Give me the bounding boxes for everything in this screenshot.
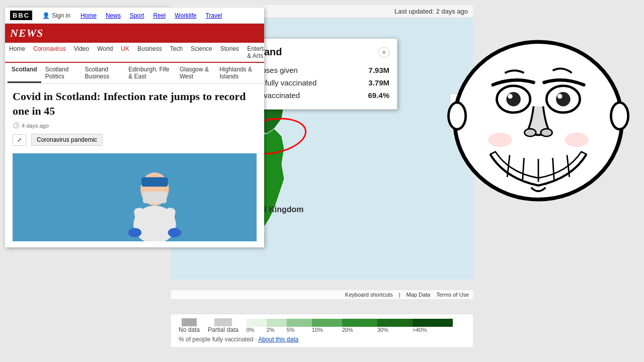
legend-0-swatch [247,319,267,327]
bbc-red-bar: NEWS [5,24,264,43]
share-button[interactable]: ⤢ [13,134,26,146]
nav-home[interactable]: Home [80,12,97,19]
legend-20-swatch [342,319,377,327]
nav-travel[interactable]: Travel [205,12,222,19]
nav-sport[interactable]: Sport [130,12,144,19]
article-tag[interactable]: Coronavirus pandemic [31,134,103,146]
subnav-edinburgh[interactable]: Edinburgh, Fife & East [124,63,176,83]
nav-main-home[interactable]: Home [5,43,29,62]
nav-main-business[interactable]: Business [133,43,166,62]
nav-main-world[interactable]: World [93,43,117,62]
subnav-highlands[interactable]: Highlands & Islands [215,63,262,83]
svg-point-24 [565,133,589,147]
legend-row: No data Partial data 0% [179,318,465,333]
svg-point-17 [541,129,552,136]
nav-main-entertainment[interactable]: Entertainment & Arts [243,43,264,62]
svg-point-7 [128,228,141,237]
legend-2-swatch [267,319,287,327]
terms-link[interactable]: Terms of Use [436,292,469,298]
legend-partial-swatch [214,318,232,326]
bbc-top-bar: BBC 👤 Sign in Home News Sport Reel Workl… [5,8,264,24]
legend-tick-5: 5% [287,327,312,333]
bbc-news-logo: NEWS [10,27,43,40]
legend-nodata-swatch [182,318,197,326]
nav-reel[interactable]: Reel [153,12,166,19]
popup-doses-value: 7.93M [368,66,389,74]
nav-worklife[interactable]: Worklife [175,12,196,19]
legend-tick-2: 2% [267,327,287,333]
bbc-panel: BBC 👤 Sign in Home News Sport Reel Workl… [5,8,264,247]
separator: | [399,292,400,298]
svg-point-12 [508,94,513,99]
svg-point-15 [557,94,562,99]
svg-rect-3 [141,177,168,187]
clock-icon: 🕐 [13,122,20,129]
legend-tick-20: 20% [342,327,377,333]
map-legend: No data Partial data 0% [171,314,473,347]
share-row: ⤢ Coronavirus pandemic [13,134,257,146]
map-footer-bar: Keyboard shortcuts | Map Data Terms of U… [171,290,473,299]
svg-point-23 [488,133,512,147]
nav-main-uk[interactable]: UK [117,43,133,62]
legend-nodata-label: No data [179,326,200,333]
article-headline: Covid in Scotland: Infection rate jumps … [13,89,257,118]
legend-10-swatch [312,319,342,327]
popup-vaccinated-value: 3.79M [368,78,389,87]
popup-percent-value: 69.4% [368,91,389,100]
svg-point-14 [556,92,571,107]
subnav-scotland[interactable]: Scotland [8,63,41,83]
bbc-article: Covid in Scotland: Infection rate jumps … [5,83,264,247]
lab-worker-illustration [13,153,257,241]
bbc-logo: BBC [10,11,32,20]
nav-main-video[interactable]: Video [70,43,93,62]
subnav-scotland-politics[interactable]: Scotland Politics [41,63,81,83]
svg-point-25 [448,103,465,129]
legend-30-swatch [377,319,413,327]
nav-main-tech[interactable]: Tech [166,43,187,62]
nav-main-coronavirus[interactable]: Coronavirus [29,43,70,62]
troll-face-svg [443,25,634,216]
share-icon: ⤢ [17,137,22,143]
troll-face [443,25,634,216]
article-image [13,153,257,241]
person-icon: 👤 [42,12,50,19]
nav-main-science[interactable]: Science [187,43,216,62]
bbc-main-nav: Home Coronavirus Video World UK Business… [5,43,264,63]
subnav-glasgow[interactable]: Glasgow & West [176,63,215,83]
nav-main-stories[interactable]: Stories [216,43,243,62]
legend-tick-10: 10% [312,327,342,333]
legend-40-swatch [413,319,453,327]
svg-point-26 [611,103,628,129]
bbc-top-nav: Home News Sport Reel Worklife Travel [80,12,222,19]
legend-tick-0: 0% [247,327,267,333]
legend-footer: % of people fully vaccinated · About thi… [179,336,465,343]
legend-5-swatch [287,319,312,327]
svg-point-11 [506,92,521,107]
legend-tick-40: >40% [413,327,453,333]
article-timestamp: 🕐 4 days ago [13,122,257,129]
keyboard-shortcuts-link[interactable]: Keyboard shortcuts [345,292,393,298]
about-data-link[interactable]: About this data [258,336,298,343]
svg-rect-4 [143,192,167,204]
map-data-link[interactable]: Map Data [407,292,431,298]
bbc-subnav: Scotland Scotland Politics Scotland Busi… [5,63,264,83]
bbc-signin[interactable]: 👤 Sign in [42,12,70,19]
subnav-scotland-business[interactable]: Scotland Business [81,63,125,83]
legend-tick-30: 30% [377,327,413,333]
svg-point-8 [168,228,181,237]
popup-close-button[interactable]: × [378,47,389,58]
svg-point-16 [524,129,536,136]
legend-partial-label: Partial data [208,326,238,333]
nav-news[interactable]: News [106,12,121,19]
